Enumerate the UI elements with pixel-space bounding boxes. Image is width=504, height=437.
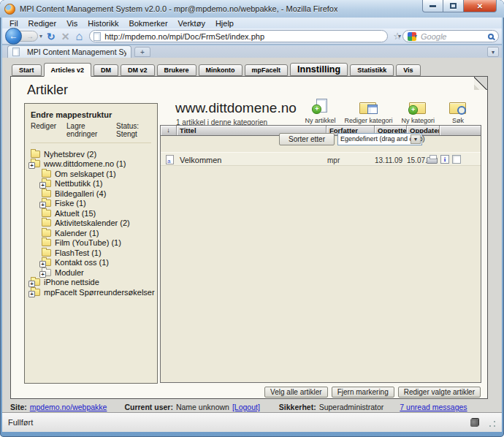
cms-tab[interactable]: Vis — [396, 64, 420, 76]
menu-item[interactable]: Verktøy — [174, 19, 210, 28]
toolbar-action-label: Ny artikkel — [305, 117, 335, 124]
folder-tree: Nyhetsbrev (2) www.dittdomene.no (1) Om … — [31, 149, 151, 297]
current-user-label: Current user: — [124, 403, 173, 411]
tree-item[interactable]: iPhone nettside — [31, 278, 151, 288]
addon-icon[interactable] — [470, 419, 478, 427]
edit-structure-link[interactable]: Rediger — [31, 122, 56, 138]
search-icon[interactable] — [488, 34, 494, 39]
cms-tab[interactable]: Statistikk — [350, 64, 394, 76]
tree-item[interactable]: Bildegalleri (4) — [31, 189, 151, 199]
url-bar[interactable]: http://mpdemo.no/mpi/Doc/FrmSet/index.ph… — [89, 30, 388, 42]
tree-item-label: www.dittdomene.no (1) — [44, 159, 126, 168]
folder-icon — [42, 180, 51, 187]
folder-icon — [42, 249, 51, 256]
tree-item-label: Bildegalleri (4) — [55, 189, 106, 198]
bookmark-caret-icon[interactable]: ▾ — [398, 33, 401, 39]
cms-tab[interactable]: Articles v2 — [44, 63, 92, 77]
tree-item[interactable]: Kontakt oss (1) — [31, 258, 151, 268]
cms-tab[interactable]: Brukere — [157, 64, 196, 76]
tree-item[interactable]: FlashTest (1) — [31, 248, 151, 258]
security-label: Sikkerhet: — [279, 403, 316, 411]
unread-messages-link[interactable]: 7 unread messages — [400, 403, 467, 411]
new-tab-button[interactable]: + — [134, 47, 150, 57]
tree-item[interactable]: www.dittdomene.no (1) — [31, 159, 151, 170]
site-link[interactable]: mpdemo.no/webpakke — [30, 403, 107, 411]
article-created-date: 13.11.09 — [375, 156, 402, 164]
tree-item[interactable]: Fiske (1) — [31, 199, 151, 209]
cms-tab[interactable]: Innstilling — [290, 63, 348, 76]
toolbar-action-button[interactable]: Rediger kategori — [340, 99, 397, 124]
chevron-down-icon[interactable]: ▼ — [411, 134, 421, 144]
resize-grip-icon[interactable] — [489, 420, 496, 428]
articles-table: ↓ Tittel Forfatter Opprettet Oppdatert S… — [160, 125, 481, 383]
tree-item[interactable]: Kalender (1) — [31, 228, 151, 238]
selection-button[interactable]: Velg alle artikler — [264, 387, 328, 398]
page-content: StartArticles v2DMDM v2BrukereMinkontomp… — [2, 58, 502, 412]
toolbar-action-label: Rediger kategori — [344, 117, 392, 124]
selection-button[interactable]: Fjern markering — [332, 387, 394, 398]
folder-icon — [42, 200, 51, 207]
tree-item[interactable]: Moduler — [31, 267, 151, 278]
minimize-button[interactable] — [422, 0, 443, 12]
search-box[interactable]: ▾ Google — [402, 30, 499, 42]
url-text[interactable]: http://mpdemo.no/mpi/Doc/FrmSet/index.ph… — [104, 32, 264, 41]
search-engine-caret-icon[interactable]: ▾ — [414, 33, 417, 39]
history-dropdown-caret-icon[interactable]: ▾ — [39, 33, 42, 39]
menu-item[interactable]: Fil — [5, 19, 23, 28]
tree-item[interactable]: Nyhetsbrev (2) — [31, 149, 151, 159]
current-user-value: Name unknown — [176, 403, 229, 411]
article-row[interactable]: Velkommen mpr 13.11.09 15.07.10 i — [161, 152, 481, 166]
selection-buttons: Velg alle artiklerFjern markeringRediger… — [264, 387, 481, 398]
list-tabs-button[interactable]: ▾ — [487, 47, 499, 57]
tree-item[interactable]: Film (YouTube) (1) — [31, 238, 151, 248]
menu-item[interactable]: Vis — [62, 19, 82, 28]
cms-tab[interactable]: Start — [12, 64, 42, 76]
tree-item[interactable]: Aktuelt (15) — [31, 208, 151, 218]
toolbar-action-button[interactable]: Ny artikkel — [300, 99, 340, 124]
sort-order-select[interactable]: Egendefinert (drag and drop) ▼ — [337, 133, 422, 145]
maximize-button[interactable] — [443, 0, 464, 12]
menu-item[interactable]: Bokmerker — [124, 19, 172, 28]
article-title[interactable]: Velkommen — [180, 156, 221, 164]
tree-item-label: Fiske (1) — [55, 199, 86, 208]
tree-item[interactable]: Om selskapet (1) — [31, 169, 151, 179]
folder-icon — [31, 160, 40, 167]
selection-button[interactable]: Rediger valgte artikler — [398, 387, 481, 398]
tree-item[interactable]: Nettbutikk (1) — [31, 179, 151, 189]
cms-tab[interactable]: mpFacelt — [245, 64, 289, 76]
home-button[interactable]: ⌂ — [75, 30, 83, 43]
article-checkbox[interactable] — [452, 155, 461, 164]
sort-button[interactable]: Sorter etter — [279, 133, 335, 145]
cms-tab-label: Vis — [403, 66, 413, 74]
window-controls: ✕ — [422, 0, 497, 12]
structure-status-label[interactable]: Status: Stengt — [116, 122, 151, 138]
menu-item[interactable]: Hjelp — [211, 19, 238, 28]
info-icon[interactable]: i — [440, 155, 449, 164]
menu-item[interactable]: Historikk — [83, 19, 123, 28]
stop-button[interactable]: ✕ — [61, 31, 70, 42]
reload-button[interactable]: ↻ — [47, 31, 56, 42]
toolbar-action-button[interactable]: Søk — [439, 99, 477, 124]
toolbar-action-button[interactable]: Ny kategori — [397, 99, 439, 124]
browser-tab[interactable]: MPI Content Management System v... — [7, 45, 131, 58]
print-icon[interactable] — [427, 157, 438, 164]
folder-icon — [42, 210, 51, 217]
tree-item[interactable]: mpFacelt Spørreundersøkelser — [31, 287, 151, 297]
menu-item[interactable]: Rediger — [24, 19, 61, 28]
logout-link[interactable]: [Logout] — [232, 403, 260, 411]
cms-tab-label: Innstilling — [297, 64, 340, 75]
folder-icon — [42, 239, 51, 246]
back-button[interactable]: ← — [5, 28, 22, 45]
folder-icon — [42, 190, 51, 197]
tree-item-label: Om selskapet (1) — [55, 170, 116, 178]
cms-tab[interactable]: Minkonto — [199, 64, 243, 76]
titlebar[interactable]: MPI Content Management System v2.0.0 - m… — [0, 0, 504, 18]
page-title: Artikler — [27, 83, 68, 98]
cms-tab[interactable]: DM — [93, 64, 118, 76]
tree-item-label: iPhone nettside — [44, 278, 99, 286]
cms-tab[interactable]: DM v2 — [121, 64, 155, 76]
tree-item[interactable]: Aktivitetskalender (2) — [31, 218, 151, 229]
save-changes-link[interactable]: Lagre endringer — [66, 122, 106, 138]
search-input[interactable]: Google — [421, 32, 486, 41]
close-button[interactable]: ✕ — [464, 0, 497, 12]
